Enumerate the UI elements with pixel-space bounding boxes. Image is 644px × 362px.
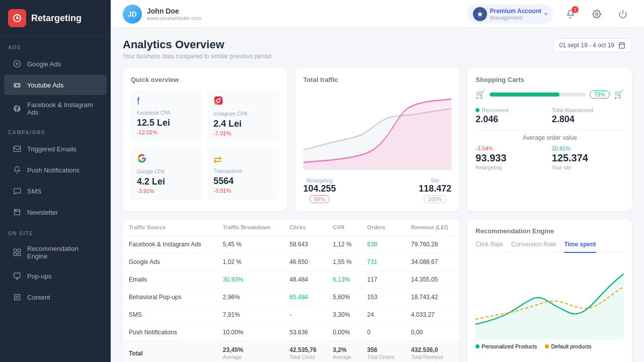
instagram-cpa-icon <box>213 96 273 108</box>
premium-icon <box>473 7 487 21</box>
sidebar-item-label: Content <box>27 294 50 301</box>
instagram-cpa-card: Instagram CPA 2.4 Lei -7.01% <box>207 89 279 142</box>
site-traffic-label: Site 118.472 100% <box>419 178 451 203</box>
rec-engine-icon <box>12 247 22 257</box>
recovered-stat: Recovered 2.046 <box>475 105 547 125</box>
sidebar-item-label: Push Notifications <box>27 166 79 174</box>
page-title-section: Analytics Overview Your business data co… <box>123 38 271 60</box>
retargeting-avg: -3.54% 93.933 Retargeting <box>475 145 547 170</box>
svg-point-12 <box>596 13 598 15</box>
user-name: John Doe <box>147 7 202 15</box>
cart-stats: Recovered 2.046 Total Abandoned 2.804 <box>475 105 624 125</box>
sidebar-item-popups[interactable]: Pop-ups <box>4 266 107 286</box>
notifications-button[interactable]: 1 <box>561 5 580 23</box>
svg-rect-10 <box>18 253 20 255</box>
tab-conversion-rate[interactable]: Conversion Rate <box>511 241 556 253</box>
col-orders: Orders <box>361 219 405 236</box>
legend-personalized: Personalized Products <box>475 343 537 349</box>
svg-rect-11 <box>14 273 20 278</box>
page-title: Analytics Overview <box>123 38 271 51</box>
google-cpa-label: Google CPA <box>137 169 196 174</box>
sidebar-item-facebook-ads[interactable]: Facebook & Instagram Ads <box>4 96 107 121</box>
sidebar-item-recommendation-engine[interactable]: Recommendation Engine <box>4 240 107 265</box>
date-range-text: 01 sept 19 - 4 oct 19 <box>559 42 614 49</box>
table-row: Push Notifications 10,00% 53.636 0,00% 0… <box>123 324 459 341</box>
sidebar-item-google-ads[interactable]: Google Ads <box>4 54 107 74</box>
recommendation-engine-card: Recommendation Engine Click Rate Convers… <box>467 219 632 362</box>
transactions-label: Transactions <box>213 168 273 174</box>
page-subtitle: Your business data compared to similar p… <box>123 53 271 60</box>
youtube-icon <box>12 80 22 90</box>
svg-rect-14 <box>619 43 625 48</box>
site-avg: 20.81% 125.374 Your site <box>552 145 624 170</box>
facebook-cpa-label: Facebook CPA <box>137 110 196 116</box>
sidebar-item-newsletter[interactable]: Newsletter <box>4 202 107 222</box>
facebook-cpa-value: 12.5 Lei <box>137 118 196 128</box>
ads-section-label: ADS <box>0 37 111 53</box>
sidebar-item-content[interactable]: Content <box>4 287 107 307</box>
table-row: Google Ads 1,02 % 46.650 1,55 % 731 34.0… <box>123 253 459 271</box>
sidebar-item-label: Newsletter <box>27 209 58 216</box>
rec-tabs: Click Rate Conversion Rate Time spent <box>475 241 624 253</box>
transactions-value: 5564 <box>213 176 273 187</box>
rec-legend: Personalized Products Default products <box>475 343 624 349</box>
sidebar-item-push-notifications[interactable]: Push Notifications <box>4 160 107 180</box>
sidebar-item-sms[interactable]: SMS <box>4 181 107 201</box>
sidebar-item-youtube-ads[interactable]: Youtube Ads <box>4 75 107 95</box>
email-icon <box>12 144 22 154</box>
premium-badge[interactable]: Premium Account Management ▾ <box>467 5 553 24</box>
sidebar-item-triggered-emails[interactable]: Triggered Emails <box>4 139 107 159</box>
power-button[interactable] <box>614 5 632 23</box>
table-row: Behavioral Pop-ups 2,96% 65.484 5,60% 15… <box>123 289 459 306</box>
avg-order-grid: -3.54% 93.933 Retargeting 20.81% 125.374… <box>475 145 624 170</box>
sidebar-item-label: Youtube Ads <box>27 81 64 89</box>
shopping-carts-card: Shopping Carts 🛒 73% 🛒 Recovered 2.046 <box>467 68 632 211</box>
sidebar: Retargeting ADS Google Ads Youtube Ads F… <box>0 0 111 362</box>
quick-overview-card: Quick overview f Facebook CPA 12.5 Lei -… <box>123 68 287 211</box>
instagram-cpa-change: -7.01% <box>213 130 273 136</box>
avg-order-title: Average order value <box>475 134 624 141</box>
retargeting-traffic-label: Retargeting 104.255 88% <box>303 178 336 203</box>
svg-point-20 <box>220 98 222 99</box>
traffic-table: Traffic Source Traffic Breakdown Clicks … <box>123 219 459 362</box>
facebook-cpa-change: -12.01% <box>137 129 196 135</box>
facebook-cpa-card: f Facebook CPA 12.5 Lei -12.01% <box>131 89 202 142</box>
date-range-button[interactable]: 01 sept 19 - 4 oct 19 <box>553 38 632 52</box>
sidebar-item-label: Pop-ups <box>27 273 51 280</box>
popup-icon <box>12 271 22 281</box>
user-url: www.yourwebsite.com <box>147 15 202 21</box>
cart-icon: 🛒 <box>475 89 486 99</box>
svg-rect-18 <box>214 97 223 105</box>
tab-time-spent[interactable]: Time spent <box>564 241 596 253</box>
sidebar-item-label: Triggered Emails <box>27 145 76 153</box>
table-total-row: Total 23,45%Average 42.535,76Total Click… <box>123 341 459 363</box>
total-traffic-title: Total traffic <box>303 76 452 83</box>
topbar: JD John Doe www.yourwebsite.com Premium … <box>111 0 644 28</box>
traffic-chart <box>303 89 452 170</box>
svg-rect-9 <box>14 253 16 255</box>
legend-default: Default products <box>545 343 591 349</box>
legend-default-label: Default products <box>551 343 591 349</box>
notification-count: 1 <box>572 6 579 13</box>
sidebar-item-label: Facebook & Instagram Ads <box>27 101 99 116</box>
facebook-cpa-icon: f <box>137 96 196 107</box>
bell-icon <box>12 165 22 175</box>
settings-button[interactable] <box>588 5 606 23</box>
logo-text: Retargeting <box>31 13 82 24</box>
page-header: Analytics Overview Your business data co… <box>123 38 632 60</box>
premium-text: Premium Account Management <box>490 8 541 21</box>
table-row: Emails 30,93% 48.484 6,13% 117 14.355,05 <box>123 271 459 289</box>
sms-icon <box>12 186 22 196</box>
svg-point-1 <box>16 17 18 19</box>
progress-pct: 73% <box>590 90 610 99</box>
total-traffic-card: Total traffic Retargetin <box>295 68 460 211</box>
topbar-right: Premium Account Management ▾ 1 <box>467 5 632 24</box>
tab-click-rate[interactable]: Click Rate <box>475 241 503 253</box>
chevron-down-icon: ▾ <box>544 11 547 18</box>
sidebar-item-label: Recommendation Engine <box>27 245 99 260</box>
newsletter-icon <box>12 207 22 217</box>
quick-overview-title: Quick overview <box>131 76 279 83</box>
logo-icon <box>8 9 26 27</box>
progress-bar-fill <box>490 93 559 97</box>
google-cpa-card: Google CPA 4.2 Lei -3.91% <box>131 147 202 200</box>
